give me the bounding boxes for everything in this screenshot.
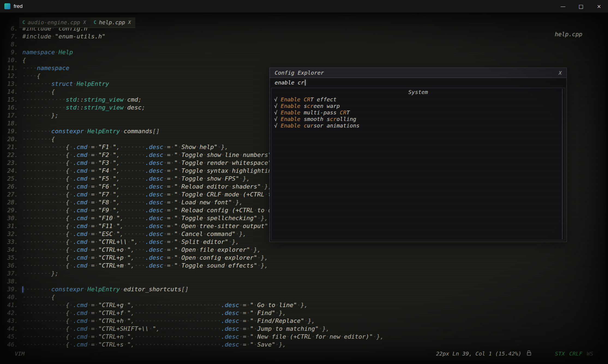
line-number: 45. xyxy=(2,333,18,341)
code-line[interactable]: 46.············{·.cmd·=·"CTRL+s·",······… xyxy=(2,341,384,348)
line-number: 36. xyxy=(2,262,18,269)
maximize-icon[interactable]: □ xyxy=(572,0,590,13)
line-number: 20. xyxy=(2,135,18,143)
cpp-file-icon: C xyxy=(22,20,25,25)
status-bar: VIM 22px Ln 39, Col 1 (15.42%) STXCRLFWS xyxy=(15,350,593,357)
code-line[interactable]: 10.{ xyxy=(2,56,384,64)
line-number: 35. xyxy=(2,254,18,262)
line-number: 10. xyxy=(2,56,18,64)
config-search-query: enable cr xyxy=(275,79,304,86)
tab-label: audio-engine.cpp xyxy=(28,19,80,26)
scrollbar[interactable] xyxy=(562,89,563,239)
tab-close-icon[interactable]: X xyxy=(128,20,131,25)
tab-audio-engine.cpp[interactable]: Caudio-engine.cppX xyxy=(19,17,90,28)
checkbox-checked-icon: √ xyxy=(274,122,281,129)
line-number: 24. xyxy=(2,167,18,175)
code-line[interactable]: 43.············{·.cmd·=·"CTRL+h·",······… xyxy=(2,317,384,325)
line-number: 9. xyxy=(2,48,18,56)
dialog-title: Config Explorer xyxy=(275,69,324,76)
code-line[interactable]: 40.········{ xyxy=(2,293,384,301)
config-explorer-dialog: Config Explorer X enable cr System √ Ena… xyxy=(269,68,567,242)
tab-close-icon[interactable]: X xyxy=(83,20,86,25)
config-option[interactable]: √ Enable cursor animations xyxy=(271,122,565,129)
code-line[interactable]: 45.············{·.cmd·=·"CTRL+n·",······… xyxy=(2,333,384,341)
code-line[interactable]: 41.············{·.cmd·=·"CTRL+g·",······… xyxy=(2,301,384,309)
checkbox-checked-icon: √ xyxy=(274,103,281,109)
checkbox-checked-icon: √ xyxy=(274,109,281,116)
app-logo-icon xyxy=(4,3,10,9)
line-number: 39. xyxy=(2,285,18,293)
cursor-position-info: 22px Ln 39, Col 1 (15.42%) xyxy=(436,350,522,357)
window-controls: — □ × xyxy=(554,0,608,13)
config-section-header: System xyxy=(271,88,565,96)
line-number: 7. xyxy=(2,32,18,40)
minimize-icon[interactable]: — xyxy=(554,0,572,13)
app-window: fred — □ × Caudio-engine.cppXChelp.cppX … xyxy=(0,0,608,364)
line-number: 6. xyxy=(2,25,18,32)
line-number: 44. xyxy=(2,325,18,333)
line-number: 41. xyxy=(2,301,18,309)
line-number: 32. xyxy=(2,230,18,238)
line-number: 23. xyxy=(2,159,18,167)
line-number: 38. xyxy=(2,277,18,285)
line-number: 42. xyxy=(2,309,18,317)
config-option[interactable]: √ Enable screen warp xyxy=(271,103,565,109)
cpp-file-icon: C xyxy=(94,20,96,25)
code-line[interactable]: 36.············{·.cmd·=·"CTRL+m·",···.de… xyxy=(2,262,384,269)
code-line[interactable]: 44.············{·.cmd·=·"CTRL+SHIFT+\\·"… xyxy=(2,325,384,333)
lock-icon xyxy=(527,352,531,356)
line-number: 46. xyxy=(2,341,18,348)
line-number: 16. xyxy=(2,104,18,111)
config-option[interactable]: √ Enable smooth scrolling xyxy=(271,116,565,122)
text-cursor xyxy=(305,80,306,86)
line-number: 34. xyxy=(2,246,18,254)
filename-overlay: help.cpp xyxy=(555,31,582,38)
code-line[interactable]: 8. xyxy=(2,40,384,48)
config-search-input[interactable]: enable cr xyxy=(270,78,567,87)
status-flag-stx: STX xyxy=(555,350,565,357)
line-number: 18. xyxy=(2,119,18,127)
status-flags: STXCRLFWS xyxy=(555,350,593,357)
line-number: 37. xyxy=(2,269,18,277)
checkbox-checked-icon: √ xyxy=(274,96,281,103)
window-title: fred xyxy=(14,3,23,9)
tab-help.cpp[interactable]: Chelp.cppX xyxy=(90,17,135,28)
code-line[interactable]: 34.············{·.cmd·=·"CTRL+o·",···.de… xyxy=(2,246,384,254)
line-number: 19. xyxy=(2,127,18,135)
tab-label: help.cpp xyxy=(99,19,125,26)
status-flag-ws: WS xyxy=(587,350,593,357)
line-number: 14. xyxy=(2,88,18,96)
code-line[interactable]: 39.········constexpr·HelpEntry·editor_sh… xyxy=(2,285,384,293)
editor-screen: Caudio-engine.cppXChelp.cppX help.cpp 6.… xyxy=(2,14,606,361)
line-number: 30. xyxy=(2,214,18,222)
code-line[interactable]: 37.········}; xyxy=(2,269,384,277)
code-line[interactable]: 42.············{·.cmd·=·"CTRL+f·",······… xyxy=(2,309,384,317)
config-option[interactable]: √ Enable multi-pass CRT xyxy=(271,109,565,116)
code-line[interactable]: 7.#include·"enum-utils.h" xyxy=(2,32,384,40)
line-number: 11. xyxy=(2,64,18,72)
line-number: 40. xyxy=(2,293,18,301)
line-number: 17. xyxy=(2,111,18,119)
line-number: 43. xyxy=(2,317,18,325)
code-line[interactable]: 9.namespace·Help xyxy=(2,48,384,56)
line-number: 28. xyxy=(2,198,18,206)
close-icon[interactable]: × xyxy=(590,0,608,13)
dialog-close-icon[interactable]: X xyxy=(559,70,562,76)
line-number: 8. xyxy=(2,40,18,48)
status-flag-crlf: CRLF xyxy=(569,350,582,357)
line-number: 22. xyxy=(2,151,18,159)
line-number: 15. xyxy=(2,96,18,104)
code-line[interactable]: 35.············{·.cmd·=·"CTRL+p·",···.de… xyxy=(2,254,384,262)
code-line[interactable]: 38. xyxy=(2,277,384,285)
titlebar: fred — □ × xyxy=(0,0,608,13)
crt-stage: Caudio-engine.cppXChelp.cppX help.cpp 6.… xyxy=(0,13,608,364)
config-option[interactable]: √ Enable CRT effect xyxy=(271,96,565,103)
dialog-titlebar: Config Explorer X xyxy=(270,68,567,78)
config-results-panel: System √ Enable CRT effect√ Enable scree… xyxy=(271,88,565,240)
line-number: 27. xyxy=(2,190,18,198)
tab-bar: Caudio-engine.cppXChelp.cppX xyxy=(19,17,135,28)
line-number: 21. xyxy=(2,143,18,151)
line-number: 29. xyxy=(2,206,18,214)
line-number: 26. xyxy=(2,183,18,190)
checkbox-checked-icon: √ xyxy=(274,116,281,122)
